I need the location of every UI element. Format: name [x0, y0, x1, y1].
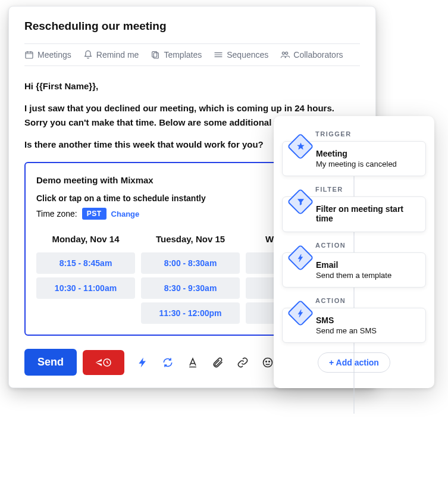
workflow-step-title: SMS	[316, 315, 417, 325]
timezone-chip[interactable]: PST	[82, 208, 106, 220]
bolt-icon	[291, 248, 310, 267]
send-later-icon	[95, 356, 112, 369]
time-slot[interactable]: 11:30 - 12:00pm	[141, 302, 240, 324]
trigger-icon	[291, 137, 310, 156]
send-later-button[interactable]	[83, 350, 124, 375]
toolbar-templates[interactable]: Templates	[151, 50, 202, 60]
sequences-icon	[214, 50, 223, 60]
filter-icon	[291, 192, 310, 211]
composer-toolbar: Meetings Remind me Templates Sequences C…	[24, 43, 360, 66]
time-slot[interactable]: 10:30 - 11:00am	[36, 277, 135, 299]
workflow-step-title: Filter on meeting start time	[316, 204, 417, 223]
workflow-step-card[interactable]: Meeting My meeting is canceled	[282, 141, 426, 176]
svg-rect-1	[152, 52, 157, 57]
workflow-step-filter: FILTER Filter on meeting start time	[282, 186, 426, 232]
toolbar-sequences-label: Sequences	[227, 50, 268, 60]
templates-icon	[151, 50, 160, 60]
workflow-step-desc: Send them a template	[316, 271, 417, 280]
time-slot[interactable]: 8:00 - 8:30am	[141, 252, 240, 274]
toolbar-collaborators-label: Collaborators	[293, 50, 343, 60]
toolbar-collaborators[interactable]: Collaborators	[280, 50, 343, 60]
workflow-step-desc: Send me an SMS	[316, 326, 417, 335]
workflow-step-desc: My meeting is canceled	[316, 160, 417, 168]
svg-point-3	[283, 52, 285, 54]
timezone-change-link[interactable]: Change	[111, 210, 140, 218]
workflow-step-action-email: ACTION Email Send them a template	[282, 242, 426, 288]
workflow-step-trigger: TRIGGER Meeting My meeting is canceled	[282, 130, 426, 176]
timezone-label: Time zone:	[36, 209, 77, 218]
workflow-step-kind: TRIGGER	[315, 130, 426, 138]
bolt-icon	[291, 304, 310, 323]
link-icon[interactable]	[236, 356, 249, 369]
toolbar-remind-label: Remind me	[96, 50, 139, 60]
svg-point-7	[266, 361, 267, 362]
toolbar-remind[interactable]: Remind me	[83, 50, 139, 60]
workflow-panel: TRIGGER Meeting My meeting is canceled F…	[274, 116, 434, 388]
day-heading-2: Tuesday, Nov 15	[141, 229, 240, 249]
collaborators-icon	[280, 50, 290, 60]
calendar-icon	[24, 50, 34, 60]
workflow-step-card[interactable]: Email Send them a template	[282, 252, 426, 288]
attachment-icon[interactable]	[211, 356, 224, 369]
svg-point-6	[264, 358, 272, 367]
text-format-icon[interactable]	[186, 356, 199, 369]
time-slot[interactable]: 8:15 - 8:45am	[36, 252, 135, 274]
workflow-step-card[interactable]: Filter on meeting start time	[282, 196, 426, 232]
send-button[interactable]: Send	[24, 349, 77, 376]
toolbar-meetings[interactable]: Meetings	[24, 50, 71, 60]
workflow-step-card[interactable]: SMS Send me an SMS	[282, 308, 426, 343]
bolt-icon[interactable]	[136, 356, 149, 369]
workflow-step-action-sms: ACTION SMS Send me an SMS	[282, 297, 426, 343]
emoji-icon[interactable]	[261, 356, 274, 369]
body-greeting: Hi {{First Name}},	[24, 79, 360, 93]
time-slot[interactable]: 8:30 - 9:30am	[141, 277, 240, 299]
toolbar-sequences[interactable]: Sequences	[214, 50, 268, 60]
day-column-1: Monday, Nov 14 8:15 - 8:45am 10:30 - 11:…	[36, 229, 135, 324]
workflow-step-kind: FILTER	[315, 186, 426, 193]
subject-line: Rescheduling our meeting	[24, 20, 360, 33]
workflow-step-title: Meeting	[316, 149, 417, 158]
workflow-step-kind: ACTION	[315, 242, 426, 249]
sync-icon[interactable]	[161, 356, 174, 369]
workflow-step-kind: ACTION	[315, 297, 426, 304]
bell-icon	[83, 50, 93, 60]
workflow-step-title: Email	[316, 260, 417, 270]
svg-rect-0	[26, 52, 33, 58]
svg-point-8	[269, 361, 270, 362]
svg-point-4	[286, 52, 288, 54]
day-heading-1: Monday, Nov 14	[36, 229, 135, 249]
toolbar-meetings-label: Meetings	[37, 50, 71, 60]
toolbar-templates-label: Templates	[164, 50, 202, 60]
day-column-2: Tuesday, Nov 15 8:00 - 8:30am 8:30 - 9:3…	[141, 229, 240, 324]
